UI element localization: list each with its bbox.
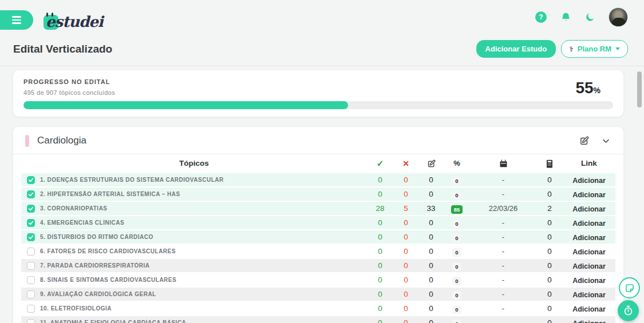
topic-checkbox[interactable]: [27, 305, 35, 313]
add-link-button[interactable]: Adicionar: [572, 277, 606, 285]
date-cell: -: [470, 290, 536, 298]
wrong-count: 0: [393, 261, 418, 270]
progress-card: PROGRESSO NO EDITAL 495 de 907 tópicos c…: [13, 70, 623, 117]
percent-cell: 85: [444, 204, 470, 214]
edit-icon: [579, 136, 589, 146]
correct-count: 0: [367, 247, 393, 256]
add-link-button[interactable]: Adicionar: [572, 291, 606, 299]
link-cell: Adicionar: [563, 261, 615, 271]
date-cell: -: [470, 190, 536, 198]
add-link-button[interactable]: Adicionar: [572, 248, 606, 256]
percent-badge: 0: [452, 291, 461, 300]
help-button[interactable]: ?: [535, 11, 547, 23]
brand-logo[interactable]: estudei: [44, 11, 103, 32]
percent-cell: 0: [444, 189, 470, 200]
link-cell: Adicionar: [563, 204, 615, 214]
correct-count: 0: [367, 290, 393, 298]
hamburger-menu-button[interactable]: [0, 10, 33, 30]
topbar-icons: ?: [535, 7, 628, 27]
table-row: 9. AVALIAÇÃO CARDIOLÓGICA GERAL 0 0 0 0 …: [21, 286, 615, 301]
link-cell: Adicionar: [563, 246, 615, 257]
topic-checkbox[interactable]: [27, 276, 35, 284]
subject-card-header: Cardiologia: [13, 127, 623, 154]
topic-checkbox[interactable]: [27, 219, 35, 227]
link-cell: Adicionar: [563, 189, 615, 200]
correct-count: 0: [367, 304, 393, 313]
topic-checkbox[interactable]: [27, 262, 35, 270]
percent-cell: 0: [444, 318, 470, 323]
edit-count: 33: [418, 204, 444, 213]
progress-subtitle: 495 de 907 tópicos concluídos: [23, 89, 613, 96]
edit-count: 0: [418, 247, 444, 256]
date-cell: -: [470, 261, 536, 270]
column-percent-icon: %: [444, 159, 470, 168]
dark-mode-button[interactable]: [584, 11, 596, 23]
notes-fab-button[interactable]: [619, 277, 640, 298]
percent-badge: 0: [452, 277, 461, 285]
wrong-count: 0: [393, 233, 418, 241]
collapse-subject-button[interactable]: [599, 134, 612, 147]
review-count: 0: [536, 276, 563, 284]
topic-label: 6. FATORES DE RISCO CARDIOVASCULARES: [40, 248, 176, 254]
table-row: 11. ANATOMIA E FISIOLOGIA CARDÍACA BÁSIC…: [21, 315, 615, 323]
edit-subject-button[interactable]: [578, 134, 590, 147]
add-link-button[interactable]: Adicionar: [572, 305, 606, 313]
edit-count: 0: [418, 218, 444, 227]
topic-checkbox[interactable]: [27, 190, 35, 198]
table-row: 8. SINAIS E SINTOMAS CARDIOVASCULARES 0 …: [21, 272, 615, 286]
add-link-button[interactable]: Adicionar: [572, 234, 606, 242]
add-study-button[interactable]: Adicionar Estudo: [476, 40, 556, 58]
date-cell: -: [470, 247, 536, 256]
edit-count: 0: [418, 276, 444, 284]
table-row: 3. CORONARIOPATIAS 28 5 33 85 22/03/26 2…: [21, 201, 615, 215]
topic-checkbox[interactable]: [27, 319, 35, 323]
percent-cell: 0: [444, 232, 470, 242]
percent-cell: 0: [444, 289, 470, 300]
topic-checkbox[interactable]: [27, 233, 35, 241]
user-avatar[interactable]: [609, 7, 628, 27]
date-cell: -: [470, 218, 536, 227]
topic-label: 9. AVALIAÇÃO CARDIOLÓGICA GERAL: [40, 291, 156, 297]
topic-checkbox[interactable]: [27, 176, 35, 184]
add-link-button[interactable]: Adicionar: [572, 177, 606, 185]
correct-count: 0: [367, 218, 393, 227]
plan-dropdown-button[interactable]: ⚕ Plano RM: [561, 40, 628, 58]
topic-cell: 4. EMERGÊNCIAS CLÍNICAS: [21, 219, 367, 227]
table-row: 1. DOENÇAS ESTRUTURAIS DO SISTEMA CARDIO…: [21, 172, 615, 186]
topic-rows: 1. DOENÇAS ESTRUTURAIS DO SISTEMA CARDIO…: [21, 172, 615, 323]
date-cell: -: [470, 318, 536, 323]
topic-checkbox[interactable]: [27, 248, 35, 256]
correct-count: 0: [367, 176, 393, 184]
stopwatch-icon: [623, 305, 634, 316]
table-row: 10. ELETROFISIOLOGIA 0 0 0 0 - 0 Adicion…: [21, 301, 615, 315]
percent-badge: 0: [452, 234, 461, 242]
add-link-button[interactable]: Adicionar: [572, 262, 606, 270]
add-link-button[interactable]: Adicionar: [572, 191, 606, 199]
medical-staff-icon: ⚕: [569, 45, 574, 53]
topic-cell: 11. ANATOMIA E FISIOLOGIA CARDÍACA BÁSIC…: [21, 319, 367, 323]
column-link: Link: [563, 159, 615, 168]
page-scrollbar-thumb[interactable]: [637, 71, 642, 107]
percent-badge: 0: [452, 320, 461, 323]
timer-fab-button[interactable]: [618, 300, 639, 321]
add-link-button[interactable]: Adicionar: [572, 205, 606, 213]
topic-checkbox[interactable]: [27, 205, 35, 213]
column-correct-check-icon: ✓: [367, 158, 393, 169]
percent-cell: 0: [444, 246, 470, 257]
percent-badge: 0: [452, 177, 461, 185]
add-link-button[interactable]: Adicionar: [572, 320, 606, 323]
topic-checkbox[interactable]: [27, 290, 35, 298]
date-cell: -: [470, 233, 536, 241]
percent-cell: 0: [444, 261, 470, 271]
table-row: 6. FATORES DE RISCO CARDIOVASCULARES 0 0…: [21, 244, 615, 258]
percent-cell: 0: [444, 275, 470, 285]
plan-label: Plano RM: [578, 45, 611, 53]
link-cell: Adicionar: [563, 175, 615, 185]
calculator-icon: [546, 159, 554, 168]
correct-count: 0: [367, 318, 393, 323]
percent-badge: 0: [452, 262, 461, 271]
notifications-button[interactable]: [559, 11, 572, 23]
add-link-button[interactable]: Adicionar: [572, 220, 606, 228]
column-topics: Tópicos: [21, 159, 367, 168]
link-cell: Adicionar: [563, 218, 615, 228]
